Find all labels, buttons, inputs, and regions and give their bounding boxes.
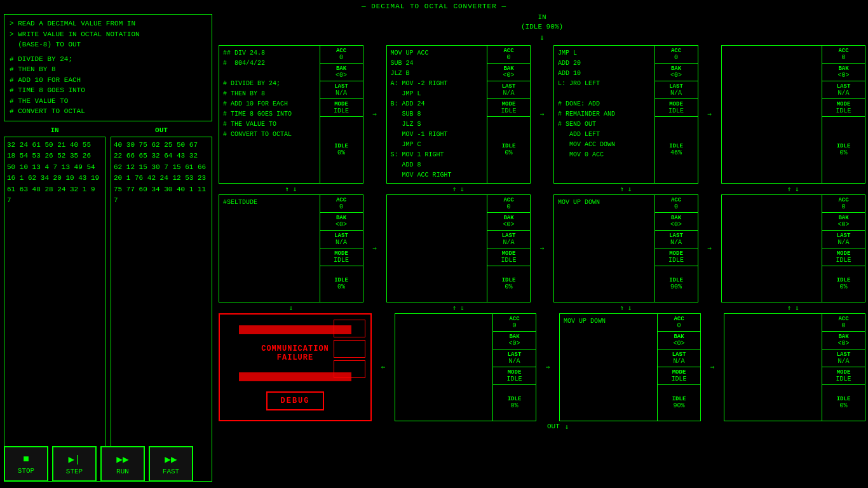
run-label: RUN: [116, 468, 129, 475]
node-7-status: ACC0 BAK<0> LASTN/A MODEIDLE IDLE90%: [654, 195, 698, 302]
h-arrow-3-4: ⇒: [701, 45, 719, 184]
left-panel: > READ A DECIMAL VALUE FROM IN > WRITE V…: [0, 11, 216, 484]
right-panel: IN (IDLE 90%) ⇓ ## DIV 24.8 # 804/4/22 #…: [216, 11, 868, 484]
h-arrow-10-11: ⇒: [539, 313, 557, 421]
node-6-status: ACC0 BAK<0> LASTN/A MODEIDLE IDLE0%: [487, 195, 530, 302]
failure-text: COMMUNICATIONFAILURE: [261, 344, 329, 362]
v-arrow-8-down: ⇑⇓: [721, 304, 866, 312]
node-4-code: [722, 46, 822, 183]
step-icon: ▶|: [68, 453, 80, 466]
node-9-failure: COMMUNICATIONFAILURE DEBUG: [219, 313, 372, 421]
stop-button[interactable]: ■ STOP: [4, 446, 48, 482]
node-2-status: ACC0 BAK<0> LASTN/A MODEIDLE IDLE0%: [487, 46, 530, 183]
title-bar: — DECIMAL TO OCTAL CONVERTER —: [0, 0, 868, 11]
io-section: IN 32 24 61 50 21 40 55 18 54 53 26 52 3…: [4, 126, 212, 482]
in-header-line2: (IDLE 90%): [521, 22, 563, 32]
sub-box-3: [334, 360, 365, 378]
node-2: MOV UP ACC SUB 24 JLZ B A: MOV -2 RIGHT …: [386, 45, 531, 184]
node-6: ACC0 BAK<0> LASTN/A MODEIDLE IDLE0%: [386, 194, 531, 302]
node-10: ACC0 BAK<0> LASTN/A MODEIDLE IDLE0%: [395, 313, 536, 421]
node-2-code: MOV UP ACC SUB 24 JLZ B A: MOV -2 RIGHT …: [387, 46, 487, 183]
in-header-line1: IN: [538, 13, 546, 22]
node-10-status: ACC0 BAK<0> LASTN/A MODEIDLE IDLE0%: [492, 314, 536, 421]
node-1-status: ACC0 BAK<0> LASTN/A MODEIDLE IDLE0%: [320, 46, 363, 183]
node-11-code: MOV UP DOWN: [560, 314, 657, 421]
fast-button[interactable]: ▶▶ FAST: [149, 446, 193, 482]
out-label: OUT: [155, 126, 168, 134]
row1: ## DIV 24.8 # 804/4/22 # DIVIDE BY 24; #…: [219, 45, 865, 184]
h-arrow-11-12: ⇒: [703, 313, 721, 421]
h-arrow-1-2: ⇒: [366, 45, 384, 184]
node-7-code: MOV UP DOWN: [554, 195, 654, 302]
node-12-status: ACC0 BAK<0> LASTN/A MODEIDLE IDLE0%: [822, 314, 865, 421]
node-11-status: ACC0 BAK<0> LASTN/A MODEIDLE IDLE90%: [657, 314, 700, 421]
node-8: ACC0 BAK<0> LASTN/A MODEIDLE IDLE0%: [721, 194, 866, 302]
out-list: 40 30 75 62 25 50 67 22 66 65 32 64 43 3…: [111, 137, 212, 482]
node-8-code: [722, 195, 822, 302]
node-6-code: [387, 195, 487, 302]
in-label: IN: [50, 126, 58, 134]
node-12-code: [724, 314, 822, 421]
debug-button[interactable]: DEBUG: [266, 391, 323, 410]
row3: COMMUNICATIONFAILURE DEBUG ⇐ ACC0 BAK<0>…: [219, 313, 865, 421]
controls-bar: ■ STOP ▶| STEP ▶▶ RUN ▶▶ FAST: [0, 441, 216, 485]
stop-icon: ■: [23, 454, 29, 465]
node-1: ## DIV 24.8 # 804/4/22 # DIVIDE BY 24; #…: [219, 45, 363, 184]
sub-box-1: [334, 320, 365, 337]
node-3-code: JMP L ADD 20 ADD 10 L: JRO LEFT # DONE: …: [554, 46, 654, 183]
out-row: OUT ⇓: [219, 421, 865, 432]
node-4: ACC0 BAK<0> LASTN/A MODEIDLE IDLE0%: [721, 45, 866, 184]
node-3-status: ACC0 BAK<0> LASTN/A MODEIDLE IDLE46%: [654, 46, 698, 183]
v-arrow-1-down: ⇑⇓: [219, 185, 363, 193]
step-button[interactable]: ▶| STEP: [52, 446, 97, 482]
v-arrow-6-down: ⇑⇓: [386, 304, 531, 312]
run-icon: ▶▶: [116, 453, 128, 466]
out-column: OUT 40 30 75 62 25 50 67 22 66 65 32 64 …: [111, 126, 212, 482]
node-5-code: #SELTDUDE: [219, 195, 320, 302]
h-arrow-5-6: ⇒: [366, 194, 384, 302]
node-3: JMP L ADD 20 ADD 10 L: JRO LEFT # DONE: …: [553, 45, 698, 184]
fast-icon: ▶▶: [165, 453, 177, 466]
node-5: #SELTDUDE ACC0 BAK<0> LASTN/A MODEIDLE I…: [219, 194, 363, 302]
out-label-text: OUT ⇓: [547, 423, 705, 431]
step-label: STEP: [66, 468, 83, 475]
h-arrow-7-8: ⇒: [701, 194, 719, 302]
v-arrow-7-down: ⇑⇓: [553, 304, 698, 312]
fast-label: FAST: [163, 468, 179, 475]
node-10-code: [395, 314, 492, 421]
node-11: MOV UP DOWN ACC0 BAK<0> LASTN/A MODEIDLE…: [559, 313, 701, 421]
node-1-code: ## DIV 24.8 # 804/4/22 # DIVIDE BY 24; #…: [219, 46, 320, 183]
v-arrow-5-down: ⇓: [219, 304, 363, 312]
v-arrows-row1: ⇑⇓ ⇑⇓ ⇑⇓ ⇑⇓: [219, 184, 865, 194]
desc-line-3: (BASE-8) TO OUT: [10, 39, 207, 50]
node-4-status: ACC0 BAK<0> LASTN/A MODEIDLE IDLE0%: [822, 46, 865, 183]
row2: #SELTDUDE ACC0 BAK<0> LASTN/A MODEIDLE I…: [219, 194, 865, 302]
stop-label: STOP: [18, 467, 34, 475]
desc-line-1: > READ A DECIMAL VALUE FROM IN: [10, 18, 207, 29]
node-12: ACC0 BAK<0> LASTN/A MODEIDLE IDLE0%: [724, 313, 865, 421]
h-arrow-6-7: ⇒: [533, 194, 551, 302]
in-header: IN (IDLE 90%) ⇓: [219, 13, 865, 44]
node-8-status: ACC0 BAK<0> LASTN/A MODEIDLE IDLE0%: [822, 195, 865, 302]
desc-line-2: > WRITE VALUE IN OCTAL NOTATION: [10, 29, 207, 40]
in-column: IN 32 24 61 50 21 40 55 18 54 53 26 52 3…: [4, 126, 105, 482]
out-arrow-down: ⇓: [565, 423, 569, 431]
run-button[interactable]: ▶▶ RUN: [100, 446, 145, 482]
description-box: > READ A DECIMAL VALUE FROM IN > WRITE V…: [4, 14, 212, 121]
out-label-word: OUT: [547, 423, 560, 430]
sub-box-2: [334, 340, 365, 358]
h-arrow-9-10: ⇐: [374, 313, 392, 421]
in-arrow: ⇓: [539, 32, 545, 44]
node-7: MOV UP DOWN ACC0 BAK<0> LASTN/A MODEIDLE…: [553, 194, 698, 302]
v-arrow-4-down: ⇑⇓: [721, 185, 866, 193]
h-arrow-2-3: ⇒: [533, 45, 551, 184]
app-title: — DECIMAL TO OCTAL CONVERTER —: [362, 3, 506, 10]
v-arrow-2-down: ⇑⇓: [386, 185, 531, 193]
desc-comment: # DIVIDE BY 24; # THEN BY 8 # ADD 10 FOR…: [10, 54, 207, 117]
v-arrows-row2: ⇓ ⇑⇓ ⇑⇓ ⇑⇓: [219, 302, 865, 313]
v-arrow-3-down: ⇑⇓: [553, 185, 698, 193]
sub-boxes: [334, 320, 365, 378]
in-list: 32 24 61 50 21 40 55 18 54 53 26 52 35 2…: [4, 137, 105, 482]
node-5-status: ACC0 BAK<0> LASTN/A MODEIDLE IDLE0%: [320, 195, 363, 302]
